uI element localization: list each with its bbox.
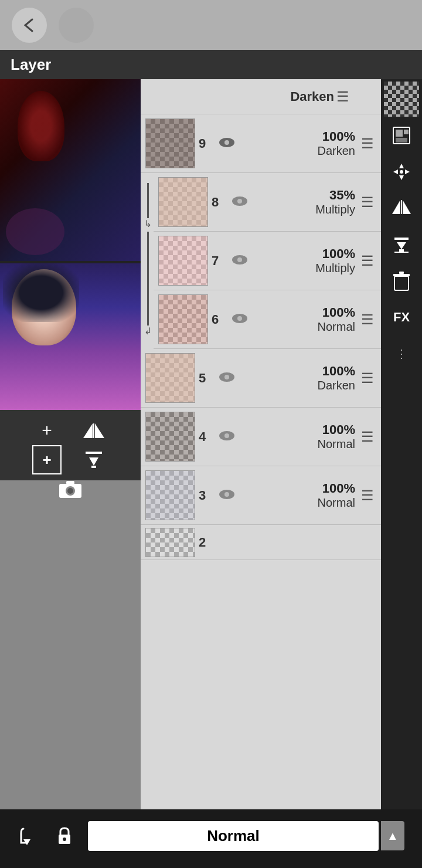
checker-icon[interactable] <box>384 82 419 117</box>
reference-icon[interactable] <box>384 118 419 153</box>
svg-point-17 <box>237 316 242 321</box>
layer-eye-8[interactable] <box>229 194 250 211</box>
layer-opacity-6: 100% <box>322 305 355 320</box>
svg-point-48 <box>63 838 66 841</box>
layer-thumb-content-9 <box>146 119 195 168</box>
layer-row-3[interactable]: 3 100% Normal ☰ <box>141 466 381 525</box>
add-layer-button[interactable]: + <box>32 416 62 445</box>
layer-row-7[interactable]: 7 100% Multiply ☰ <box>154 232 381 290</box>
layer-menu-7[interactable]: ☰ <box>359 250 376 272</box>
layer-opacity-5: 100% <box>322 364 355 379</box>
layer-opacity-3: 100% <box>322 481 355 496</box>
layer-partial-top: Darken ☰ <box>141 79 381 114</box>
layer-thumb-content-3 <box>146 471 195 520</box>
layer-opacity-9: 100% <box>322 129 355 144</box>
layer-menu-5[interactable]: ☰ <box>359 368 376 389</box>
clip-line-7b <box>147 267 149 290</box>
svg-rect-9 <box>66 481 74 484</box>
clip-line-6 <box>147 290 149 326</box>
trash-icon[interactable] <box>384 263 419 299</box>
layers-panel: Darken ☰ 9 100% Darken <box>141 79 381 809</box>
layer-info-7: 100% Multiply <box>254 246 355 275</box>
flip-icon[interactable] <box>384 191 419 226</box>
svg-point-21 <box>224 433 229 438</box>
clip-indicator: ↲ ↲ <box>142 173 154 349</box>
main-panel: Layer + <box>0 50 422 809</box>
layer-row-6[interactable]: 6 100% Normal ☰ <box>154 290 381 349</box>
ctrl-row-3 <box>56 474 85 504</box>
add-adjustment-button[interactable]: + <box>32 445 62 474</box>
layer-eye-5[interactable] <box>216 370 237 386</box>
blend-mode-display[interactable]: Normal <box>88 821 379 851</box>
svg-rect-35 <box>401 200 402 214</box>
clip-layers: 8 35% Multiply ☰ <box>154 173 381 349</box>
merge-down-icon[interactable] <box>384 227 419 262</box>
flip-button[interactable] <box>79 416 108 445</box>
layer-thumb-2-partial <box>145 528 195 557</box>
fx-icon[interactable]: FX <box>384 300 419 335</box>
layer-top-blend: Darken <box>290 89 334 104</box>
layer-menu-8[interactable]: ☰ <box>359 192 376 213</box>
preview-top <box>0 79 141 261</box>
layer-row-5[interactable]: 5 100% Darken ☰ <box>141 349 381 408</box>
layer-eye-4[interactable] <box>216 429 237 445</box>
transform-icon[interactable] <box>384 154 419 189</box>
ctrl-row-2: + <box>32 445 108 474</box>
layer-thumb-content-7 <box>159 236 207 285</box>
back-button[interactable] <box>12 8 47 43</box>
top-bar <box>0 0 422 50</box>
layer-menu-3[interactable]: ☰ <box>359 485 376 506</box>
layer-row-4[interactable]: 4 100% Normal ☰ <box>141 408 381 466</box>
circle-button[interactable] <box>59 8 94 43</box>
right-sidebar: FX ⋮ <box>381 79 422 809</box>
layer-thumb-9 <box>145 118 195 168</box>
layer-thumb-5 <box>145 353 195 403</box>
layer-group-8-7-6: ↲ ↲ <box>141 173 381 349</box>
layer-blend-4: Normal <box>318 438 355 451</box>
left-preview: + + <box>0 79 141 809</box>
svg-rect-27 <box>396 138 407 143</box>
preview-character <box>0 263 141 410</box>
layer-thumb-content-8 <box>159 178 207 226</box>
layer-eye-6[interactable] <box>229 311 250 328</box>
more-icon[interactable]: ⋮ <box>384 336 419 371</box>
svg-marker-0 <box>83 423 93 438</box>
layer-top-menu[interactable]: ☰ <box>334 86 352 107</box>
preview-controls: + + <box>0 410 141 480</box>
layer-thumb-content-6 <box>159 295 207 344</box>
layer-thumb-4 <box>145 412 195 462</box>
layer-row-9[interactable]: 9 100% Darken ☰ <box>141 114 381 173</box>
svg-rect-38 <box>399 249 404 252</box>
svg-point-11 <box>224 140 229 145</box>
svg-marker-30 <box>393 169 398 174</box>
svg-point-15 <box>237 257 242 262</box>
blend-mode-arrow[interactable]: ▲ <box>381 821 404 850</box>
layer-eye-3[interactable] <box>216 487 237 504</box>
preview-bottom <box>0 263 141 410</box>
clip-end-6: ↲ <box>142 290 154 349</box>
layer-thumb-6 <box>158 294 208 344</box>
svg-point-23 <box>224 492 229 497</box>
arrow-down-icon[interactable] <box>12 818 47 853</box>
svg-rect-42 <box>399 272 404 274</box>
layer-menu-6[interactable]: ☰ <box>359 309 376 330</box>
ctrl-row-1: + <box>32 416 108 445</box>
layer-blend-7: Multiply <box>315 262 355 275</box>
layer-info-8: 35% Multiply <box>254 188 355 216</box>
layer-num-7: 7 <box>212 253 226 269</box>
clip-line-7 <box>147 232 149 267</box>
svg-marker-31 <box>405 169 410 174</box>
camera-button[interactable] <box>56 474 85 504</box>
layer-info-3: 100% Normal <box>241 481 355 510</box>
clip-start-8: ↲ <box>142 173 154 232</box>
layer-menu-4[interactable]: ☰ <box>359 426 376 447</box>
layer-thumb-7 <box>158 236 208 286</box>
layer-opacity-8: 35% <box>329 188 355 203</box>
layer-menu-9[interactable]: ☰ <box>359 133 376 154</box>
layer-eye-7[interactable] <box>229 253 250 269</box>
layer-eye-9[interactable] <box>216 135 237 152</box>
merge-down-button[interactable] <box>79 445 108 474</box>
svg-marker-29 <box>399 175 404 180</box>
alpha-lock-icon[interactable] <box>47 818 82 853</box>
layer-row-8[interactable]: 8 35% Multiply ☰ <box>154 173 381 232</box>
